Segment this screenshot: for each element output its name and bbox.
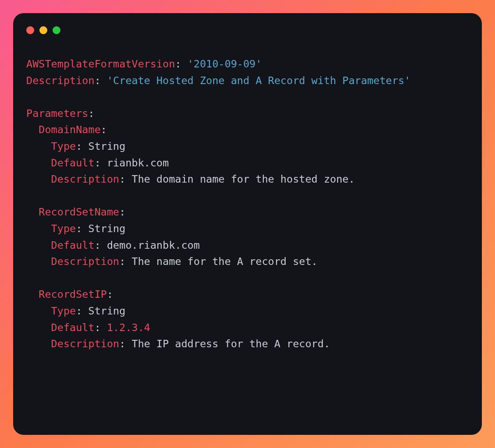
code-key: Description <box>26 74 95 87</box>
code-value: String <box>88 222 125 235</box>
code-punc: : <box>119 255 131 268</box>
code-punc: : <box>95 239 107 251</box>
code-punc: : <box>76 140 88 152</box>
code-key: Description <box>51 255 120 268</box>
code-key: Parameters <box>26 107 88 120</box>
code-block: AWSTemplateFormatVersion: '2010-09-09' D… <box>13 56 482 353</box>
code-punc: : <box>76 305 88 317</box>
code-value: The domain name for the hosted zone. <box>132 173 355 185</box>
code-punc: : <box>107 288 113 300</box>
code-punc: : <box>95 321 107 334</box>
maximize-icon[interactable] <box>53 26 60 34</box>
code-string: 'Create Hosted Zone and A Record with Pa… <box>107 74 410 87</box>
code-value: String <box>88 140 125 152</box>
code-key: Type <box>51 305 76 317</box>
code-punc: : <box>119 206 125 218</box>
code-punc: : <box>119 173 131 185</box>
code-value: String <box>88 305 125 317</box>
code-key: Default <box>51 157 95 169</box>
code-key: Description <box>51 338 120 350</box>
code-key: Type <box>51 222 76 235</box>
code-key: Type <box>51 140 76 152</box>
code-punc: : <box>88 107 94 120</box>
code-key: Default <box>51 321 95 334</box>
code-punc: : <box>119 338 131 350</box>
code-value: demo.rianbk.com <box>107 239 200 251</box>
code-punc: : <box>95 74 107 87</box>
minimize-icon[interactable] <box>39 26 47 34</box>
code-key: AWSTemplateFormatVersion <box>26 58 175 70</box>
close-icon[interactable] <box>26 26 34 34</box>
code-key: DomainName <box>39 123 100 136</box>
window-titlebar <box>13 26 482 34</box>
code-value: The name for the A record set. <box>132 255 318 268</box>
code-string: '2010-09-09' <box>187 58 262 70</box>
code-punc: : <box>175 58 187 70</box>
code-value: The IP address for the A record. <box>132 338 330 350</box>
code-value: rianbk.com <box>107 157 169 169</box>
code-window: AWSTemplateFormatVersion: '2010-09-09' D… <box>13 13 482 435</box>
code-key: Default <box>51 239 95 251</box>
code-punc: : <box>95 157 107 169</box>
code-key: RecordSetIP <box>39 288 107 300</box>
code-punc: : <box>101 123 107 136</box>
code-key: RecordSetName <box>39 206 119 218</box>
code-punc: : <box>76 222 88 235</box>
code-number: 1.2.3.4 <box>107 321 150 334</box>
code-key: Description <box>51 173 120 185</box>
